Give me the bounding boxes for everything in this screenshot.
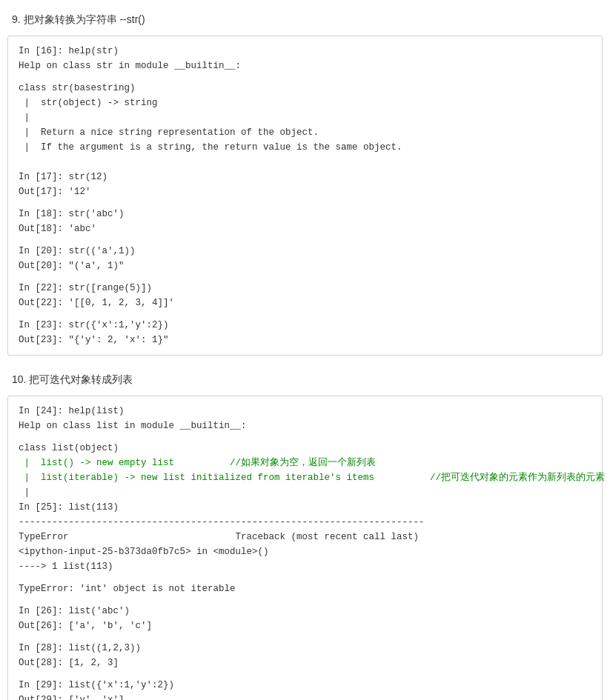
code-line: TypeError Traceback (most recent call la… xyxy=(19,530,591,544)
code-line xyxy=(19,162,591,170)
code-line: Help on class str in module __builtin__: xyxy=(19,59,591,73)
section-header-section-9: 9. 把对象转换为字符串 --str() xyxy=(0,7,610,33)
code-line: | If the argument is a string, the retur… xyxy=(19,140,591,155)
code-line xyxy=(19,73,591,81)
section-header-section-10: 10. 把可迭代对象转成列表 xyxy=(0,367,610,393)
code-line: | str(object) -> string xyxy=(19,96,591,110)
code-line: class str(basestring) xyxy=(19,81,591,96)
code-line: | list() -> new empty list //如果对象为空，返回一个… xyxy=(19,456,591,470)
code-line xyxy=(19,633,591,641)
page-container: 9. 把对象转换为字符串 --str()In [16]: help(str) H… xyxy=(0,0,610,700)
code-line xyxy=(19,310,591,318)
code-line: Out[22]: '[[0, 1, 2, 3, 4]]' xyxy=(19,296,591,310)
code-line: In [28]: list((1,2,3)) xyxy=(19,641,591,656)
code-line: | list(iterable) -> new list initialized… xyxy=(19,470,591,485)
code-line: Out[20]: "('a', 1)" xyxy=(19,259,591,273)
code-line: Out[23]: "{'y': 2, 'x': 1}" xyxy=(19,333,591,347)
code-line: <ipython-input-25-b373da0fb7c5> in <modu… xyxy=(19,544,591,559)
code-line: In [24]: help(list) xyxy=(19,404,591,419)
code-line xyxy=(19,596,591,604)
code-line: In [18]: str('abc') xyxy=(19,207,591,221)
code-line: In [22]: str([range(5)]) xyxy=(19,281,591,296)
code-line xyxy=(19,574,591,581)
code-line: class list(object) xyxy=(19,441,591,456)
code-line: | Return a nice string representation of… xyxy=(19,125,591,140)
code-line xyxy=(19,433,591,441)
code-block-section-10: In [24]: help(list) Help on class list i… xyxy=(7,396,603,700)
code-line: Out[28]: [1, 2, 3] xyxy=(19,656,591,670)
code-line xyxy=(19,670,591,678)
code-line: In [25]: list(113) xyxy=(19,500,591,515)
code-line: In [20]: str(('a',1)) xyxy=(19,244,591,259)
code-line: In [23]: str({'x':1,'y':2}) xyxy=(19,318,591,333)
code-line: In [29]: list({'x':1,'y':2}) xyxy=(19,678,591,693)
code-line: | xyxy=(19,110,591,125)
code-line xyxy=(19,155,591,162)
code-line: TypeError: 'int' object is not iterable xyxy=(19,581,591,596)
code-line xyxy=(19,236,591,244)
code-line: Out[26]: ['a', 'b', 'c'] xyxy=(19,619,591,633)
code-line: In [17]: str(12) xyxy=(19,170,591,184)
code-line: In [16]: help(str) xyxy=(19,44,591,59)
code-line: Out[29]: ['y', 'x'] xyxy=(19,693,591,700)
code-line: ----> 1 list(113) xyxy=(19,559,591,574)
code-line: ----------------------------------------… xyxy=(19,515,591,530)
code-line: Out[18]: 'abc' xyxy=(19,221,591,236)
code-line: Out[17]: '12' xyxy=(19,184,591,199)
code-block-section-9: In [16]: help(str) Help on class str in … xyxy=(7,36,603,356)
code-line xyxy=(19,273,591,281)
code-line: | xyxy=(19,485,591,500)
code-line: Help on class list in module __builtin__… xyxy=(19,419,591,433)
code-line xyxy=(19,199,591,207)
code-line: In [26]: list('abc') xyxy=(19,604,591,619)
